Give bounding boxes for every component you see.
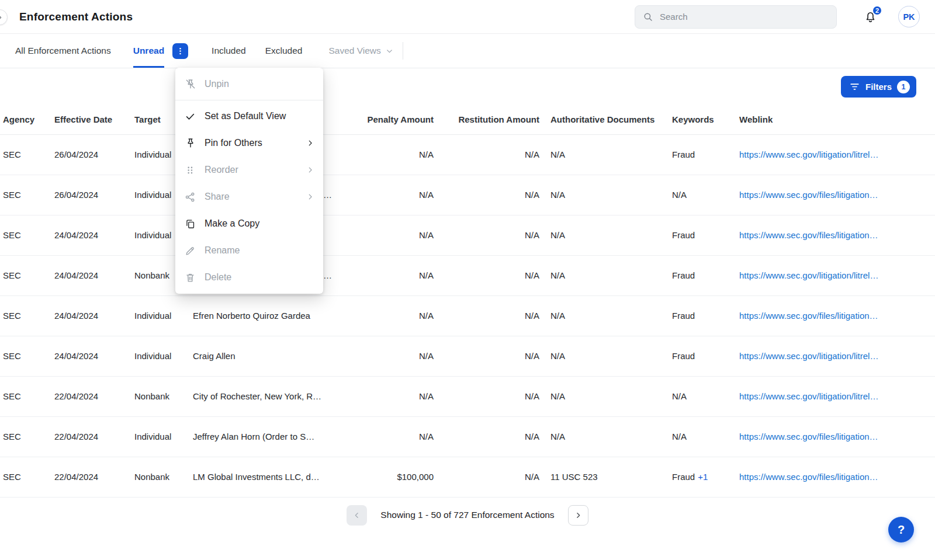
cell-documents: N/A [541, 336, 662, 376]
pagination: Showing 1 - 50 of 727 Enforcement Action… [0, 505, 935, 526]
cell-weblink: https://www.sec.gov/files/litigation… [730, 457, 935, 497]
cell-target: Individual [131, 416, 190, 457]
menu-item-reorder: Reorder [175, 156, 323, 183]
table-toolbar: Filters 1 [0, 68, 935, 105]
table-row[interactable]: SEC 24/04/2024 Nonbank … N/A N/A N/A Fra… [0, 255, 935, 295]
cell-keywords: Fraud [662, 295, 730, 336]
search-input[interactable] [659, 11, 829, 22]
cell-penalty: N/A [362, 416, 435, 457]
menu-item-set-as-default-view[interactable]: Set as Default View [175, 103, 323, 130]
help-button[interactable]: ? [888, 517, 914, 542]
menu-item-unpin: Unpin [175, 71, 323, 98]
tab-all-enforcement-actions[interactable]: All Enforcement Actions [15, 46, 111, 56]
column-header-agency: Agency [0, 105, 51, 134]
cell-restitution: N/A [435, 175, 541, 215]
share-icon [184, 191, 196, 203]
cell-effective-date: 22/04/2024 [51, 376, 131, 416]
cell-name: Craig Allen [190, 336, 362, 376]
search-box[interactable] [635, 5, 837, 29]
cell-documents: N/A [541, 175, 662, 215]
menu-item-pin-for-others[interactable]: Pin for Others [175, 130, 323, 156]
notification-badge: 2 [872, 5, 882, 16]
view-tabs: All Enforcement Actions Unread Included … [0, 34, 935, 68]
view-options-menu: Unpin Set as Default View Pin for Others… [175, 68, 323, 294]
table-row[interactable]: SEC 24/04/2024 Individual Craig Allen N/… [0, 336, 935, 376]
cell-weblink: https://www.sec.gov/files/litigation… [730, 416, 935, 457]
cell-effective-date: 24/04/2024 [51, 336, 131, 376]
weblink[interactable]: https://www.sec.gov/litigation/litrel… [739, 149, 878, 159]
chevron-right-icon [306, 193, 314, 201]
weblink[interactable]: https://www.sec.gov/files/litigation… [739, 190, 878, 200]
table-row[interactable]: SEC 26/04/2024 Individual N/A N/A N/A Fr… [0, 134, 935, 175]
cell-agency: SEC [0, 336, 51, 376]
weblink[interactable]: https://www.sec.gov/files/litigation… [739, 230, 878, 240]
cell-penalty: N/A [362, 175, 435, 215]
cell-weblink: https://www.sec.gov/litigation/litrel… [730, 134, 935, 175]
chevron-right-icon [306, 166, 314, 174]
tab-included[interactable]: Included [212, 46, 246, 56]
chevron-right-icon [574, 512, 582, 519]
cell-documents: 11 USC 523 [541, 457, 662, 497]
weblink[interactable]: https://www.sec.gov/files/litigation… [739, 472, 878, 482]
cell-agency: SEC [0, 175, 51, 215]
table-row[interactable]: SEC 26/04/2024 Individual … N/A N/A N/A … [0, 175, 935, 215]
cell-penalty: N/A [362, 376, 435, 416]
cell-documents: N/A [541, 215, 662, 255]
search-icon [643, 12, 653, 22]
cell-restitution: N/A [435, 255, 541, 295]
cell-weblink: https://www.sec.gov/files/litigation… [730, 175, 935, 215]
menu-divider [175, 100, 323, 100]
saved-views-dropdown[interactable]: Saved Views [328, 46, 393, 56]
tab-divider [403, 42, 403, 60]
cell-agency: SEC [0, 134, 51, 175]
cell-restitution: N/A [435, 134, 541, 175]
next-page-button[interactable] [568, 505, 588, 526]
weblink[interactable]: https://www.sec.gov/files/litigation… [739, 311, 878, 321]
weblink[interactable]: https://www.sec.gov/files/litigation… [739, 432, 878, 441]
table-row[interactable]: SEC 22/04/2024 Nonbank LM Global Investm… [0, 457, 935, 497]
column-header-weblink: Weblink [730, 105, 935, 134]
tab-unread[interactable]: Unread [133, 34, 164, 68]
avatar[interactable]: PK [898, 6, 920, 27]
menu-item-make-a-copy[interactable]: Make a Copy [175, 210, 323, 237]
pencil-icon [184, 245, 196, 257]
table-row[interactable]: SEC 22/04/2024 Nonbank City of Rochester… [0, 376, 935, 416]
weblink[interactable]: https://www.sec.gov/litigation/litrel… [739, 391, 878, 401]
check-icon [184, 110, 196, 123]
page-title: Enforcement Actions [19, 11, 133, 23]
filters-count-badge: 1 [897, 81, 910, 93]
weblink[interactable]: https://www.sec.gov/litigation/litrel… [739, 270, 878, 280]
cell-effective-date: 26/04/2024 [51, 175, 131, 215]
table-row[interactable]: SEC 22/04/2024 Individual Jeffrey Alan H… [0, 416, 935, 457]
cell-restitution: N/A [435, 376, 541, 416]
cell-documents: N/A [541, 134, 662, 175]
tab-excluded[interactable]: Excluded [265, 46, 303, 56]
cell-agency: SEC [0, 255, 51, 295]
cell-restitution: N/A [435, 336, 541, 376]
cell-name: City of Rochester, New York, R… [190, 376, 362, 416]
copy-icon [184, 218, 196, 230]
cell-target: Individual [131, 295, 190, 336]
table-row[interactable]: SEC 24/04/2024 Individual N/A N/A N/A Fr… [0, 215, 935, 255]
cell-keywords: N/A [662, 175, 730, 215]
pin-icon [184, 137, 196, 149]
cell-keywords: Fraud [662, 336, 730, 376]
weblink[interactable]: https://www.sec.gov/litigation/litrel… [739, 351, 878, 361]
prev-page-button[interactable] [347, 505, 367, 526]
cell-effective-date: 24/04/2024 [51, 295, 131, 336]
notifications-button[interactable]: 2 [864, 10, 877, 23]
table-header-row: Agency Effective Date Target Penalty Amo… [0, 105, 935, 134]
cell-agency: SEC [0, 416, 51, 457]
view-options-button[interactable] [172, 43, 188, 59]
cell-agency: SEC [0, 215, 51, 255]
cell-keywords: N/A [662, 376, 730, 416]
column-header-restitution-amount: Restitution Amount [435, 105, 541, 134]
cell-name: Jeffrey Alan Horn (Order to S… [190, 416, 362, 457]
table-row[interactable]: SEC 24/04/2024 Individual Efren Norberto… [0, 295, 935, 336]
cell-restitution: N/A [435, 457, 541, 497]
chevron-left-icon [353, 512, 361, 519]
menu-item-delete: Delete [175, 264, 323, 291]
sidebar-expand-button[interactable] [0, 9, 8, 25]
keyword-more-badge[interactable]: +1 [698, 472, 708, 482]
filters-button[interactable]: Filters 1 [841, 76, 916, 98]
